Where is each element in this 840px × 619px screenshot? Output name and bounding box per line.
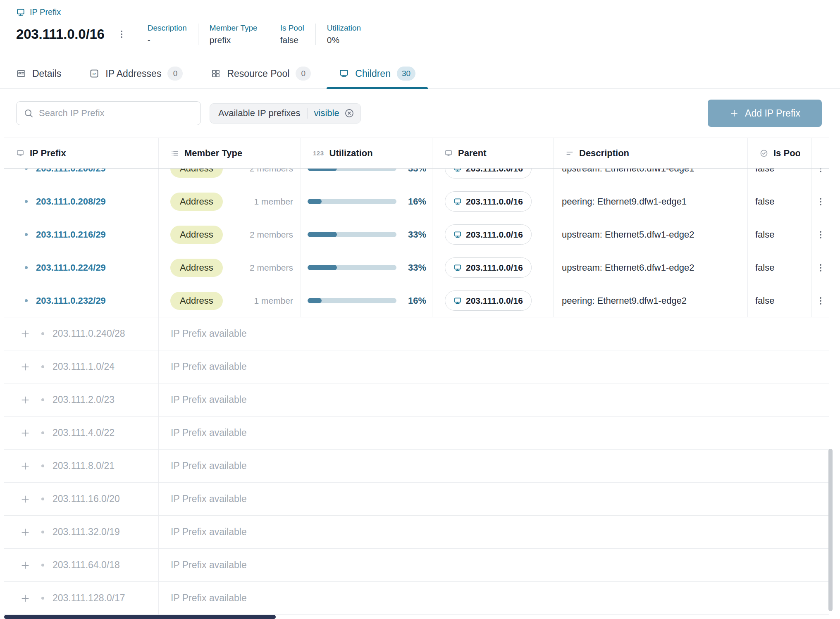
add-available-prefix-button[interactable]: [20, 593, 31, 604]
available-prefix: 203.111.32.0/19: [52, 526, 120, 538]
table-row: 203.111.0.200/29 Address 2 members 33% 2…: [4, 169, 829, 185]
table-row-available: 203.111.4.0/22 IP Prefix available: [4, 417, 829, 450]
add-ip-prefix-button[interactable]: Add IP Prefix: [708, 100, 822, 127]
prefix-bullet: [41, 464, 44, 467]
page-header: IP Prefix 203.111.0.0/16 Description - M…: [0, 0, 840, 89]
text-lines-icon: [566, 149, 574, 157]
cell-parent: 203.111.0.0/16: [432, 169, 554, 185]
cell-is-pool: false: [748, 169, 812, 185]
row-menu-button[interactable]: [815, 169, 826, 174]
utilization-bar-fill: [308, 298, 322, 303]
grid-icon: [211, 69, 221, 79]
row-menu-button[interactable]: [815, 295, 826, 306]
column-header-ip-prefix[interactable]: IP Prefix: [4, 138, 159, 168]
plus-icon: [20, 395, 31, 405]
dots-vertical-icon: [815, 196, 826, 207]
table-row-available: 203.111.32.0/19 IP Prefix available: [4, 516, 829, 549]
dots-vertical-icon: [815, 262, 826, 273]
prefix-link[interactable]: 203.111.0.200/29: [36, 169, 106, 174]
cell-parent: 203.111.0.0/16: [432, 251, 554, 284]
tab-children[interactable]: Children 30: [327, 59, 428, 88]
row-menu-button[interactable]: [815, 262, 826, 273]
cell-utilization: 16%: [301, 284, 432, 317]
column-header-parent[interactable]: Parent: [432, 138, 554, 168]
filter-chip[interactable]: Available IP prefixes visible: [210, 103, 361, 124]
cell-actions: [812, 284, 829, 317]
utilization-bar-fill: [308, 232, 337, 237]
search-input[interactable]: [39, 108, 193, 119]
available-prefix: 203.111.1.0/24: [52, 361, 115, 372]
available-label: IP Prefix available: [171, 593, 247, 604]
prefix-bullet: [41, 531, 44, 533]
tab-ip-addresses[interactable]: IP IP Addresses 0: [77, 59, 195, 88]
dots-vertical-icon: [815, 295, 826, 306]
table-row: 203.111.0.216/29 Address 2 members 33% 2…: [4, 218, 829, 251]
add-available-prefix-button[interactable]: [20, 527, 31, 538]
prefix-link[interactable]: 203.111.0.232/29: [36, 295, 106, 306]
column-header-member-type[interactable]: Member Type: [159, 138, 301, 168]
utilization-bar: [308, 298, 396, 303]
prefix-link[interactable]: 203.111.0.216/29: [36, 229, 106, 240]
cell-member-type: Address 2 members: [159, 169, 301, 185]
add-available-prefix-button[interactable]: [20, 329, 31, 339]
table-row: 203.111.0.232/29 Address 1 member 16% 20…: [4, 284, 829, 317]
plus-icon: [20, 593, 31, 604]
cell-available: IP Prefix available: [159, 516, 829, 548]
cell-ip-prefix: 203.111.0.216/29: [4, 218, 159, 251]
available-prefix: 203.111.64.0/18: [52, 559, 120, 571]
add-available-prefix-button[interactable]: [20, 461, 31, 471]
cell-utilization: 33%: [301, 218, 432, 251]
member-type-badge: Address: [170, 193, 223, 211]
ip-address-icon: IP: [89, 69, 99, 79]
parent-chip[interactable]: 203.111.0.0/16: [445, 169, 532, 179]
row-menu-button[interactable]: [815, 196, 826, 207]
utilization-bar: [308, 169, 396, 171]
tab-label: Children: [355, 68, 391, 79]
column-label: IP Prefix: [30, 148, 66, 159]
column-label: Is Pool: [773, 148, 800, 159]
cell-parent: 203.111.0.0/16: [432, 284, 554, 317]
table-row-available: 203.111.8.0/21 IP Prefix available: [4, 450, 829, 483]
table-row-available: 203.111.1.0/24 IP Prefix available: [4, 350, 829, 383]
add-available-prefix-button[interactable]: [20, 560, 31, 571]
parent-chip[interactable]: 203.111.0.0/16: [445, 290, 532, 311]
add-available-prefix-button[interactable]: [20, 395, 31, 405]
parent-chip[interactable]: 203.111.0.0/16: [445, 224, 532, 245]
cell-parent: 203.111.0.0/16: [432, 185, 554, 218]
member-type-badge: Address: [170, 259, 223, 277]
column-header-utilization[interactable]: 123 Utilization: [301, 138, 432, 168]
tab-label: IP Addresses: [105, 68, 161, 79]
cell-ip-prefix: 203.111.8.0/21: [4, 450, 159, 482]
utilization-bar: [308, 199, 396, 204]
row-menu-button[interactable]: [815, 229, 826, 240]
horizontal-scrollbar-thumb[interactable]: [4, 615, 276, 619]
prefix-icon: [453, 169, 462, 173]
vertical-scrollbar-thumb[interactable]: [828, 449, 833, 611]
meta-value: 0%: [327, 35, 361, 45]
parent-chip[interactable]: 203.111.0.0/16: [445, 191, 532, 212]
divider: [198, 24, 198, 45]
cell-actions: [812, 251, 829, 284]
close-circle-icon[interactable]: [344, 108, 354, 118]
column-header-is-pool[interactable]: Is Pool: [748, 138, 812, 168]
column-header-description[interactable]: Description: [554, 138, 748, 168]
add-available-prefix-button[interactable]: [20, 494, 31, 505]
tab-details[interactable]: Details: [4, 59, 74, 88]
add-available-prefix-button[interactable]: [20, 362, 31, 372]
meta-value: prefix: [210, 35, 258, 45]
available-prefix: 203.111.2.0/23: [52, 394, 115, 405]
prefix-icon: [453, 297, 462, 305]
parent-chip[interactable]: 203.111.0.0/16: [445, 257, 532, 278]
cell-description: peering: Ethernet9.dfw1-edge1: [554, 185, 748, 218]
dots-vertical-icon: [815, 229, 826, 240]
title-menu-button[interactable]: [116, 29, 127, 40]
breadcrumb[interactable]: IP Prefix: [16, 7, 61, 17]
utilization-percent: 33%: [408, 229, 426, 240]
add-available-prefix-button[interactable]: [20, 428, 31, 438]
utilization-percent: 33%: [408, 169, 426, 174]
prefix-link[interactable]: 203.111.0.224/29: [36, 262, 106, 273]
description-text: upstream: Ethernet6.dfw1-edge2: [562, 262, 694, 273]
prefix-link[interactable]: 203.111.0.208/29: [36, 196, 106, 207]
tab-resource-pool[interactable]: Resource Pool 0: [198, 59, 323, 88]
prefix-bullet: [41, 398, 44, 401]
